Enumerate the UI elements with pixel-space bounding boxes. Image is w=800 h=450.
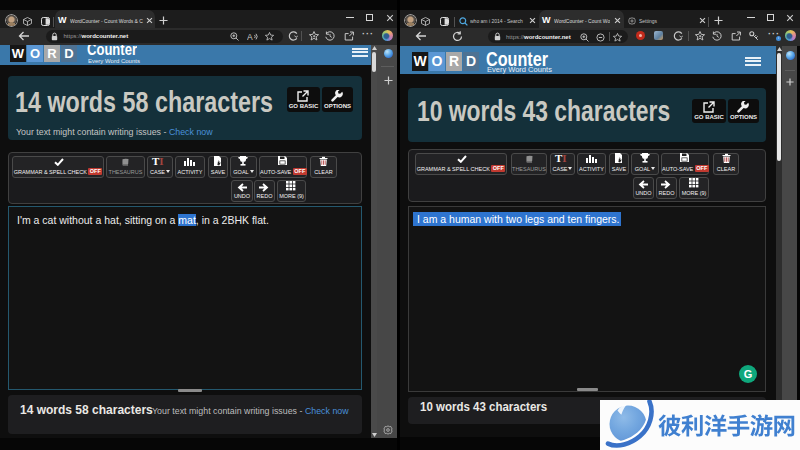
svg-text:A: A xyxy=(247,32,253,41)
